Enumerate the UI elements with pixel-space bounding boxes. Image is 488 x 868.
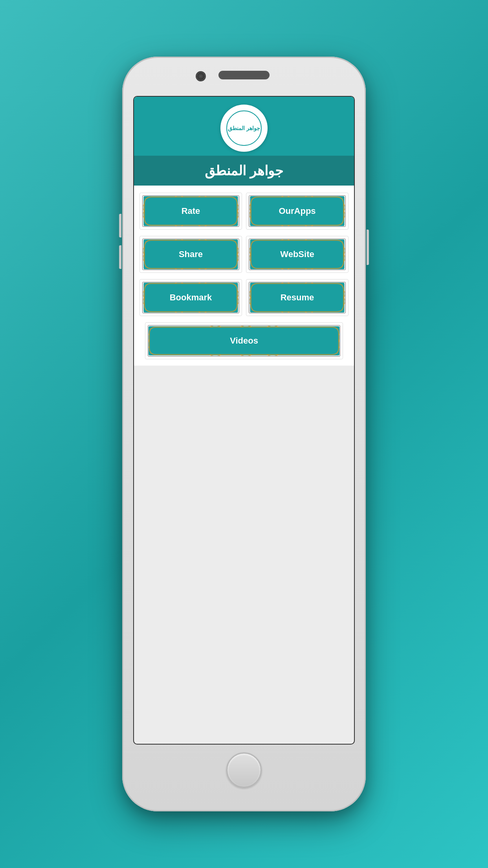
videos-btn-wrapper: Videos [145,322,343,359]
svg-rect-4 [144,283,238,313]
ourapps-btn-wrapper: OurApps [246,193,349,230]
svg-rect-1 [250,196,345,226]
resume-button[interactable]: Resume [249,282,346,313]
bookmark-button[interactable]: Bookmark [142,282,239,313]
power-button[interactable] [367,230,369,265]
volume-down-button[interactable] [119,245,121,269]
app-header: جواهر المنطق جواهر المنطق [134,97,354,186]
svg-rect-3 [250,239,345,269]
logo-arabic-text: جواهر المنطق [228,125,260,132]
ourapps-button[interactable]: OurApps [249,195,346,227]
button-row-2: Share [134,233,354,276]
button-row-1: Rate [134,189,354,233]
website-btn-wrapper: WebSite [246,236,349,273]
logo-inner-circle: جواهر المنطق [226,110,262,146]
website-button[interactable]: WebSite [249,239,346,270]
volume-up-button[interactable] [119,214,121,237]
app-title: جواهر المنطق [205,163,283,178]
home-button[interactable] [226,752,262,788]
svg-rect-5 [250,283,345,313]
button-row-4: Videos [134,319,354,366]
button-row-3: Bookmark [134,276,354,319]
app-logo: جواهر المنطق [220,105,268,152]
phone-top [122,57,366,96]
bookmark-btn-wrapper: Bookmark [139,279,242,316]
svg-rect-2 [144,239,238,269]
buttons-section: Rate [134,186,354,366]
front-camera-icon [197,72,205,80]
videos-button[interactable]: Videos [148,325,340,357]
svg-rect-6 [149,326,339,355]
phone-frame: جواهر المنطق جواهر المنطق [122,57,366,811]
share-button[interactable]: Share [142,239,239,270]
rate-button[interactable]: Rate [142,195,239,227]
rate-btn-wrapper: Rate [139,193,242,230]
svg-rect-0 [144,196,238,226]
phone-screen: جواهر المنطق جواهر المنطق [133,96,355,745]
share-btn-wrapper: Share [139,236,242,273]
phone-speaker [218,71,270,79]
resume-btn-wrapper: Resume [246,279,349,316]
app-title-bar: جواهر المنطق [134,156,354,186]
